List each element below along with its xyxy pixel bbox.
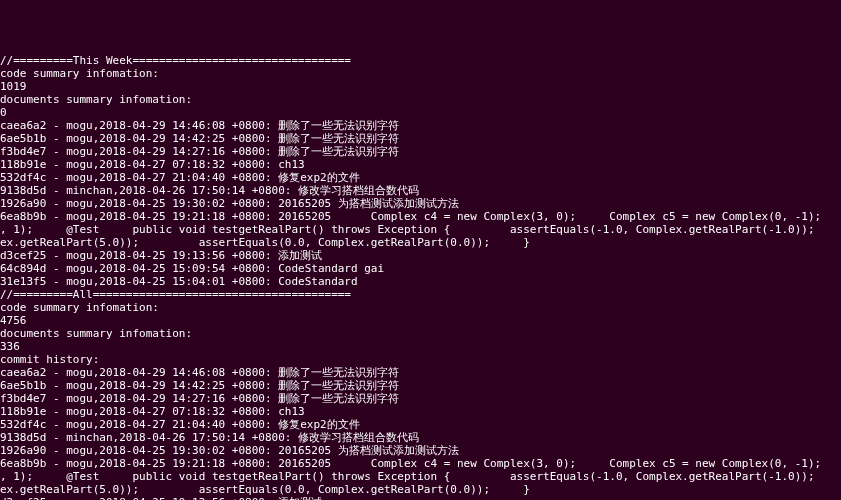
terminal-line: 118b91e - mogu,2018-04-27 07:18:32 +0800… <box>0 405 841 418</box>
terminal-line: ex.getRealPart(5.0)); assertEquals(0.0, … <box>0 483 841 496</box>
terminal-line: 6ae5b1b - mogu,2018-04-29 14:42:25 +0800… <box>0 379 841 392</box>
terminal-line: ex.getRealPart(5.0)); assertEquals(0.0, … <box>0 236 841 249</box>
terminal-line: 4756 <box>0 314 841 327</box>
terminal-line: 336 <box>0 340 841 353</box>
terminal-line: 6ea8b9b - mogu,2018-04-25 19:21:18 +0800… <box>0 457 841 470</box>
terminal-line: 118b91e - mogu,2018-04-27 07:18:32 +0800… <box>0 158 841 171</box>
terminal-line: 532df4c - mogu,2018-04-27 21:04:40 +0800… <box>0 418 841 431</box>
terminal-line: 6ae5b1b - mogu,2018-04-29 14:42:25 +0800… <box>0 132 841 145</box>
terminal-output[interactable]: //=========This Week====================… <box>0 54 841 500</box>
terminal-line: 9138d5d - minchan,2018-04-26 17:50:14 +0… <box>0 184 841 197</box>
terminal-line: 31e13f5 - mogu,2018-04-25 15:04:01 +0800… <box>0 275 841 288</box>
terminal-line: 0 <box>0 106 841 119</box>
terminal-line: 64c894d - mogu,2018-04-25 15:09:54 +0800… <box>0 262 841 275</box>
terminal-line: commit history: <box>0 353 841 366</box>
terminal-line: f3bd4e7 - mogu,2018-04-29 14:27:16 +0800… <box>0 145 841 158</box>
terminal-line: 6ea8b9b - mogu,2018-04-25 19:21:18 +0800… <box>0 210 841 223</box>
terminal-line: d3cef25 - mogu,2018-04-25 19:13:56 +0800… <box>0 249 841 262</box>
terminal-line: caea6a2 - mogu,2018-04-29 14:46:08 +0800… <box>0 119 841 132</box>
terminal-line: caea6a2 - mogu,2018-04-29 14:46:08 +0800… <box>0 366 841 379</box>
terminal-line: 532df4c - mogu,2018-04-27 21:04:40 +0800… <box>0 171 841 184</box>
terminal-line: , 1); @Test public void testgetRealPart(… <box>0 223 841 236</box>
terminal-line: d3cef25 - mogu,2018-04-25 19:13:56 +0800… <box>0 496 841 500</box>
terminal-line: f3bd4e7 - mogu,2018-04-29 14:27:16 +0800… <box>0 392 841 405</box>
terminal-line: , 1); @Test public void testgetRealPart(… <box>0 470 841 483</box>
terminal-line: 1926a90 - mogu,2018-04-25 19:30:02 +0800… <box>0 197 841 210</box>
terminal-line: 9138d5d - minchan,2018-04-26 17:50:14 +0… <box>0 431 841 444</box>
terminal-line: documents summary infomation: <box>0 327 841 340</box>
terminal-line: code summary infomation: <box>0 67 841 80</box>
terminal-line: 1926a90 - mogu,2018-04-25 19:30:02 +0800… <box>0 444 841 457</box>
terminal-line: //=========This Week====================… <box>0 54 841 67</box>
terminal-line: code summary infomation: <box>0 301 841 314</box>
terminal-line: //=========All==========================… <box>0 288 841 301</box>
terminal-line: documents summary infomation: <box>0 93 841 106</box>
terminal-line: 1019 <box>0 80 841 93</box>
